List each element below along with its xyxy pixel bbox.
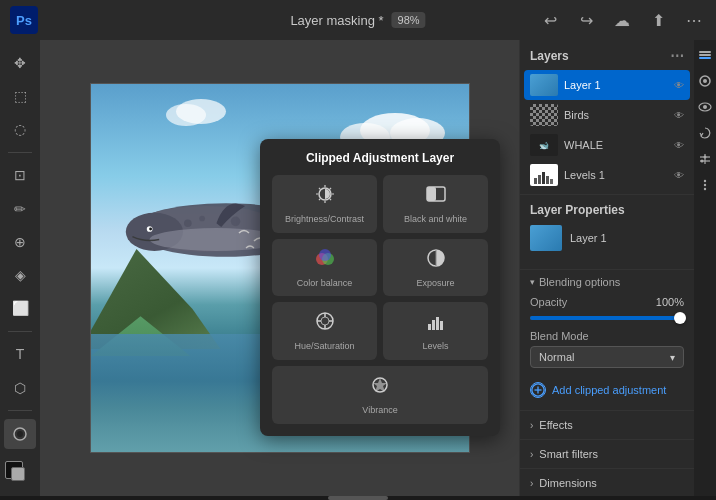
opacity-label: Opacity: [530, 296, 567, 308]
svg-rect-33: [534, 178, 537, 184]
add-clipped-btn[interactable]: Add clipped adjustment: [530, 376, 684, 404]
blending-options-label: Blending options: [539, 276, 620, 288]
svg-point-54: [704, 184, 706, 186]
blending-options-header[interactable]: ▾ Blending options: [530, 276, 684, 288]
visibility-panel-icon[interactable]: [696, 98, 714, 116]
black-white-icon: [425, 183, 447, 210]
vibrance-btn[interactable]: Vibrance: [272, 366, 488, 424]
layer-thumb-whale: 🐋: [530, 134, 558, 156]
layer-visibility-birds[interactable]: 👁: [674, 110, 684, 121]
share-button[interactable]: ⬆: [646, 8, 670, 32]
opacity-slider[interactable]: [530, 316, 684, 320]
crop-tool[interactable]: ⊡: [4, 161, 36, 190]
color-swatches[interactable]: [5, 461, 35, 488]
eraser-tool[interactable]: ⬜: [4, 294, 36, 323]
dimensions-header[interactable]: › Dimensions: [520, 469, 694, 496]
blending-options-section: ▾ Blending options Opacity 100% Blend Mo…: [520, 270, 694, 411]
tool-separator-1: [8, 152, 32, 153]
brightness-label: Brightness/Contrast: [285, 214, 364, 225]
left-toolbar: ✥ ⬚ ◌ ⊡ ✏ ⊕ ◈ ⬜ T ⬡: [0, 40, 40, 496]
layers-options-icon[interactable]: ⋯: [670, 48, 684, 64]
svg-rect-35: [542, 172, 545, 184]
svg-point-47: [703, 105, 707, 109]
cloud-icon[interactable]: ☁: [610, 8, 634, 32]
layers-section: Layers ⋯ Layer 1 👁 Birds 👁: [520, 40, 694, 195]
bottom-bar: [0, 496, 716, 500]
black-white-btn[interactable]: Black and white: [383, 175, 488, 233]
right-panel: Layers ⋯ Layer 1 👁 Birds 👁: [519, 40, 694, 496]
opacity-slider-fill: [530, 316, 684, 320]
tool-separator-2: [8, 331, 32, 332]
brightness-icon: [314, 183, 336, 210]
clone-tool[interactable]: ◈: [4, 260, 36, 289]
history-panel-icon[interactable]: [696, 124, 714, 142]
svg-point-1: [17, 431, 23, 437]
svg-point-8: [184, 219, 192, 227]
brightness-contrast-btn[interactable]: Brightness/Contrast: [272, 175, 377, 233]
exposure-btn[interactable]: Exposure: [383, 239, 488, 297]
blend-mode-select[interactable]: Normal ▾: [530, 346, 684, 368]
ps-logo: Ps: [10, 6, 38, 34]
canvas-area[interactable]: Clipped Adjustment Layer Brightness/Cont…: [40, 40, 519, 496]
dimensions-label: Dimensions: [539, 477, 596, 489]
adj-popup-title: Clipped Adjustment Layer: [272, 151, 488, 165]
layer-properties-section: Layer Properties Layer 1: [520, 195, 694, 270]
type-tool[interactable]: T: [4, 340, 36, 369]
color-balance-label: Color balance: [297, 278, 353, 289]
svg-rect-43: [699, 57, 711, 59]
eyedropper-tool[interactable]: [4, 419, 36, 448]
layer-item-whale[interactable]: 🐋 WHALE 👁: [524, 130, 690, 160]
brush-tool[interactable]: ✏: [4, 194, 36, 223]
layer-thumb-layer1: [530, 74, 558, 96]
more-panel-icon[interactable]: [696, 176, 714, 194]
hue-sat-icon: [314, 310, 336, 337]
layer-item-birds[interactable]: Birds 👁: [524, 100, 690, 130]
svg-rect-37: [550, 179, 553, 184]
adj-layer-popup: Clipped Adjustment Layer Brightness/Cont…: [260, 139, 500, 436]
effects-header[interactable]: › Effects: [520, 411, 694, 439]
opacity-slider-thumb[interactable]: [674, 312, 686, 324]
svg-point-23: [321, 317, 329, 325]
svg-point-17: [319, 249, 331, 261]
shape-tool[interactable]: ⬡: [4, 373, 36, 402]
levels-btn[interactable]: Levels: [383, 302, 488, 360]
layer-preview-row: Layer 1: [530, 225, 684, 251]
layer-item-levels[interactable]: Levels 1 👁: [524, 160, 690, 190]
properties-panel-icon[interactable]: [696, 72, 714, 90]
adjust-panel-icon[interactable]: [696, 150, 714, 168]
adj-grid: Brightness/Contrast Black and white: [272, 175, 488, 424]
redo-button[interactable]: ↪: [574, 8, 598, 32]
heal-tool[interactable]: ⊕: [4, 227, 36, 256]
levels-icon: [425, 310, 447, 337]
color-balance-icon: [314, 247, 336, 274]
color-balance-btn[interactable]: Color balance: [272, 239, 377, 297]
svg-point-7: [149, 228, 152, 231]
layer-visibility-layer1[interactable]: 👁: [674, 80, 684, 91]
layer-item-layer1[interactable]: Layer 1 👁: [524, 70, 690, 100]
undo-button[interactable]: ↩: [538, 8, 562, 32]
lasso-tool[interactable]: ◌: [4, 115, 36, 144]
marquee-tool[interactable]: ⬚: [4, 81, 36, 110]
blend-chevron-icon: ▾: [530, 277, 535, 287]
layer-name-whale: WHALE: [564, 139, 668, 151]
more-button[interactable]: ⋯: [682, 8, 706, 32]
svg-rect-31: [440, 321, 443, 330]
effects-section: › Effects: [520, 411, 694, 440]
layer-visibility-whale[interactable]: 👁: [674, 140, 684, 151]
layer-preview-name: Layer 1: [570, 232, 607, 244]
smart-filters-header[interactable]: › Smart filters: [520, 440, 694, 468]
layer-thumb-birds: [530, 104, 558, 126]
layers-panel-icon[interactable]: [696, 46, 714, 64]
exposure-label: Exposure: [416, 278, 454, 289]
svg-point-45: [703, 79, 707, 83]
move-tool[interactable]: ✥: [4, 48, 36, 77]
black-white-label: Black and white: [404, 214, 467, 225]
blend-mode-label: Blend Mode: [530, 330, 684, 342]
layer-visibility-levels[interactable]: 👁: [674, 170, 684, 181]
hue-saturation-btn[interactable]: Hue/Saturation: [272, 302, 377, 360]
zoom-level[interactable]: 98%: [392, 12, 426, 28]
svg-rect-42: [699, 54, 711, 56]
svg-point-9: [199, 216, 205, 222]
svg-point-53: [704, 180, 706, 182]
layer-name-birds: Birds: [564, 109, 668, 121]
